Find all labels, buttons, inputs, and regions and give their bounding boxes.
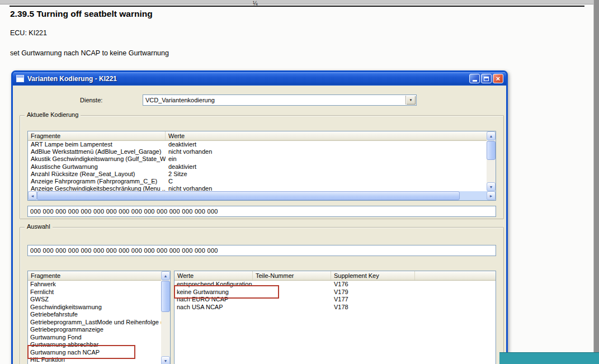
scroll-down-button[interactable]: ▼ <box>161 356 170 364</box>
dienste-selected-value: VCD_Variantenkodierung <box>145 97 215 103</box>
dialog-client-area: Dienste: VCD_Variantenkodierung ▼ Aktuel… <box>13 86 506 364</box>
horizontal-scrollbar[interactable]: ◄ ► <box>28 191 496 200</box>
maximize-button[interactable] <box>481 74 492 83</box>
list-item[interactable]: Gurtwarnung Fond <box>28 334 161 342</box>
doc-ecu-line: ECU: KI221 <box>10 29 47 37</box>
table-row[interactable]: Anzahl Rücksitze (Rear_Seat_Layout)2 Sit… <box>28 171 487 178</box>
vertical-scrollbar[interactable]: ▲ ▼ <box>487 131 496 191</box>
vertical-scrollbar[interactable]: ▲ ▼ <box>161 271 170 364</box>
row-teile-nummer <box>253 304 331 311</box>
arrow-left-icon: ◄ <box>31 194 35 198</box>
scrollbar-thumb[interactable] <box>487 141 496 160</box>
chevron-down-icon: ▼ <box>409 98 413 102</box>
window-titlebar[interactable]: Varianten Kodierung - KI221 × <box>13 72 506 86</box>
column-header-fragmente[interactable]: Fragmente <box>28 271 161 280</box>
row-wert: nicht vorhanden <box>166 148 212 155</box>
fragmente-header-row: Fragmente <box>28 271 161 281</box>
auswahl-group-label: Auswahl <box>25 223 53 230</box>
list-item[interactable]: GWSZ <box>28 296 161 304</box>
table-row[interactable]: ART Lampe beim Lampentestdeaktiviert <box>28 141 487 148</box>
dienste-combobox[interactable]: VCD_Variantenkodierung ▼ <box>143 94 417 106</box>
row-fragment: AdBlue Werkstattmenü (AdBlue_Level_Garag… <box>28 148 166 155</box>
list-item[interactable]: Getriebefahrstufe <box>28 311 161 319</box>
auswahl-string-field[interactable]: 000 000 000 000 000 000 000 000 000 000 … <box>27 245 496 256</box>
doc-heading: 2.39.5 Turning off seatbelt warning <box>10 9 153 19</box>
browser-top-edge <box>0 0 599 4</box>
arrow-up-icon: ▲ <box>489 134 493 138</box>
row-supplement-key: V177 <box>331 296 415 304</box>
table-row[interactable]: AdBlue Werkstattmenü (AdBlue_Level_Garag… <box>28 148 487 155</box>
table-row[interactable]: Anzeige Geschwindigkeitsbeschränkung (Me… <box>28 185 487 191</box>
row-wert: C <box>166 178 173 185</box>
window-icon <box>16 75 24 82</box>
row-fragment: ART Lampe beim Lampentest <box>28 141 166 148</box>
row-wert: nach USA NCAP <box>174 304 253 311</box>
table-header-row: Fragmente Werte <box>28 131 487 141</box>
row-fragment: Anzeige Fahrprogramm (Fahrprogramm_C_E) <box>28 178 166 185</box>
page-artifact-glyph: ¼ <box>253 1 257 7</box>
page-scrollbar-strip[interactable] <box>593 0 599 364</box>
aktuelle-kodierung-group: Aktuelle Kodierung Fragmente Werte ART L… <box>20 115 504 219</box>
arrow-down-icon: ▼ <box>164 359 168 363</box>
table-row[interactable]: Anzeige Fahrprogramm (Fahrprogramm_C_E)C <box>28 178 487 185</box>
list-item[interactable]: Fernlicht <box>28 289 161 296</box>
aktuelle-kodierung-group-label: Aktuelle Kodierung <box>25 111 81 118</box>
combo-dropdown-button[interactable]: ▼ <box>405 96 416 105</box>
varianten-kodierung-window: Varianten Kodierung - KI221 × Dienste: V… <box>11 70 508 364</box>
table-row[interactable]: Akustische Gurtwarnungdeaktiviert <box>28 163 487 171</box>
kodierung-string-field[interactable]: 000 000 000 000 000 000 000 000 000 000 … <box>27 206 496 217</box>
list-item[interactable]: Fahrwerk <box>28 281 161 289</box>
dienste-label: Dienste: <box>80 97 102 103</box>
row-wert: deaktiviert <box>166 163 196 171</box>
minimize-icon <box>473 80 477 82</box>
screen: ¼ 2.39.5 Turning off seatbelt warning EC… <box>0 0 599 364</box>
row-fragment: Akustik Geschwindigkeitswarnung (Gulf_St… <box>28 155 166 163</box>
row-supplement-key: V178 <box>331 304 415 311</box>
column-header-supplement-key[interactable]: Supplement Key <box>331 271 415 280</box>
minimize-button[interactable] <box>469 74 480 83</box>
row-fragment: Anzeige Geschwindigkeitsbeschränkung (Me… <box>28 185 166 191</box>
row-wert: ein <box>166 155 177 163</box>
arrow-down-icon: ▼ <box>489 185 493 189</box>
row-fragment: Anzahl Rücksitze (Rear_Seat_Layout) <box>28 171 166 178</box>
arrow-up-icon: ▲ <box>164 274 168 278</box>
aktuelle-kodierung-table[interactable]: Fragmente Werte ART Lampe beim Lampentes… <box>27 131 496 201</box>
annotation-box-gurtwarnung-nach-ncap <box>27 345 135 359</box>
row-fragment: Akustische Gurtwarnung <box>28 163 166 171</box>
scroll-up-button[interactable]: ▲ <box>161 271 170 280</box>
scroll-right-button[interactable]: ► <box>487 191 496 200</box>
table-rows: ART Lampe beim Lampentestdeaktiviert AdB… <box>28 141 487 191</box>
doc-instruction-line: set Gurtwarnung nach NCAP to keine Gurtw… <box>10 49 169 57</box>
column-header-werte[interactable]: Werte <box>166 131 487 140</box>
column-header-werte[interactable]: Werte <box>174 271 253 280</box>
scrollbar-thumb[interactable] <box>37 191 460 200</box>
top-rule <box>10 6 584 7</box>
list-item[interactable]: Geschwindigkeitswarnung <box>28 304 161 311</box>
arrow-right-icon: ► <box>489 194 493 198</box>
werte-row[interactable]: nach USA NCAPV178 <box>174 304 496 311</box>
scroll-up-button[interactable]: ▲ <box>487 131 496 140</box>
werte-header-row: Werte Teile-Nummer Supplement Key <box>174 271 496 281</box>
row-wert: deaktiviert <box>166 141 196 148</box>
column-header-filler <box>415 271 496 280</box>
row-supplement-key: V176 <box>331 281 415 289</box>
row-wert: 2 Sitze <box>166 171 187 178</box>
column-header-fragmente[interactable]: Fragmente <box>28 131 166 140</box>
window-buttons: × <box>469 74 503 83</box>
scroll-left-button[interactable]: ◄ <box>28 191 37 200</box>
list-item[interactable]: Getriebeprogramm_LastMode und Reihenfolg… <box>28 319 161 327</box>
scroll-down-button[interactable]: ▼ <box>487 182 496 191</box>
column-header-teile-nummer[interactable]: Teile-Nummer <box>253 271 331 280</box>
list-item[interactable]: Getriebeprogrammanzeige <box>28 326 161 334</box>
background-window-corner <box>499 352 599 364</box>
annotation-box-keine-gurtwarnung <box>174 285 279 299</box>
maximize-icon <box>484 77 489 81</box>
row-wert: nicht vorhanden <box>166 185 212 191</box>
row-supplement-key: V179 <box>331 289 415 296</box>
table-row[interactable]: Akustik Geschwindigkeitswarnung (Gulf_St… <box>28 155 487 163</box>
close-icon: × <box>496 75 501 82</box>
close-button[interactable]: × <box>493 74 503 83</box>
window-title: Varianten Kodierung - KI221 <box>27 75 117 83</box>
scrollbar-thumb[interactable] <box>161 281 170 312</box>
